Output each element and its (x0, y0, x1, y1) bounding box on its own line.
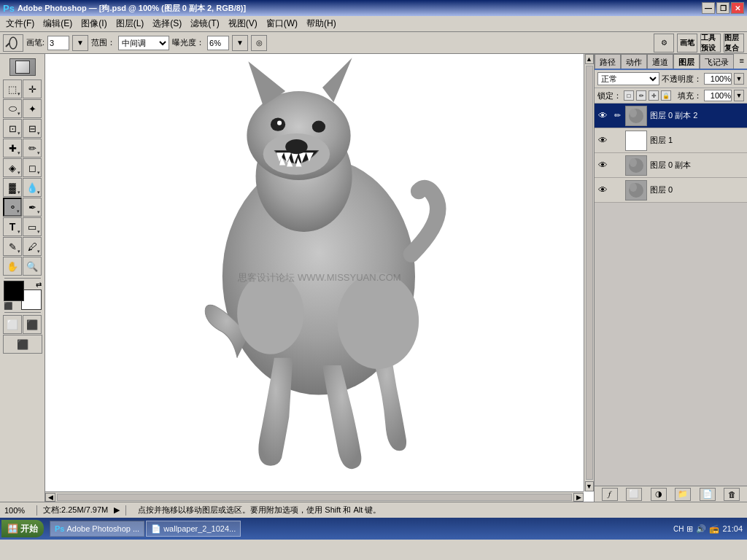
restore-button[interactable]: ❐ (716, 2, 729, 14)
scroll-up-btn[interactable]: ▲ (585, 54, 594, 64)
canvas-area[interactable]: 思客设计论坛 WWW.MISSYUAN.COM ◀ ▶ ▲ ▼ (45, 54, 594, 502)
menu-edit[interactable]: 编辑(E) (39, 16, 77, 31)
brush-panel-btn[interactable]: 画笔 (677, 34, 697, 52)
menu-file[interactable]: 文件(F) (1, 16, 39, 31)
marquee-icon: ⬚ (8, 84, 17, 95)
magic-wand-tool[interactable]: ✦ (23, 99, 42, 118)
status-arrow[interactable]: ▶ (114, 505, 120, 515)
taskbar-photoshop[interactable]: Ps Adobe Photoshop ... (50, 521, 144, 537)
vertical-scrollbar[interactable]: ▲ ▼ (584, 54, 594, 491)
scroll-down-btn[interactable]: ▼ (585, 481, 594, 491)
swap-colors-btn[interactable]: ⇄ (36, 281, 42, 289)
layer-comp-btn[interactable]: 图层复合 (724, 34, 744, 52)
exposure-input[interactable] (207, 36, 229, 50)
zoom-tool[interactable]: 🔍 (23, 257, 42, 276)
tab-channels[interactable]: 通道 (647, 54, 673, 69)
screen-mode-btn[interactable]: ⬛ (3, 335, 42, 354)
lock-transparent-btn[interactable]: □ (624, 90, 634, 101)
blur-tool[interactable]: 💧▾ (23, 178, 42, 197)
range-select[interactable]: 中间调 阴影 高光 (118, 36, 169, 50)
brush-tool[interactable]: ✏▾ (23, 139, 42, 158)
opacity-input[interactable] (704, 73, 732, 85)
layer-delete-btn[interactable]: 🗑 (724, 488, 740, 501)
scroll-thumb-v[interactable] (586, 66, 593, 480)
scroll-thumb-h[interactable] (57, 494, 572, 501)
layer-fx-btn[interactable]: 𝑓 (602, 488, 618, 501)
layer-item-copy2[interactable]: 👁 ✏ 图层 0 副本 2 (595, 104, 747, 128)
menu-image[interactable]: 图像(I) (77, 16, 111, 31)
layer-visibility-1[interactable]: 👁 (596, 134, 609, 147)
menu-select[interactable]: 选择(S) (148, 16, 186, 31)
fill-input[interactable] (704, 90, 732, 101)
scroll-left-btn[interactable]: ◀ (45, 493, 55, 502)
menu-filter[interactable]: 滤镜(T) (186, 16, 223, 31)
panel-menu-btn[interactable]: ≡ (737, 54, 747, 69)
shape-tool[interactable]: ▭▾ (23, 217, 42, 236)
color-swatches: ⇄ ⬛ (4, 281, 42, 310)
fill-dropdown-btn[interactable]: ▼ (734, 90, 744, 101)
background-color-swatch[interactable] (21, 289, 42, 310)
options-settings-btn[interactable]: ⚙ (654, 34, 674, 52)
taskbar-ps-icon: Ps (55, 524, 64, 533)
tab-layers[interactable]: 图层 (673, 54, 700, 69)
slice-tool[interactable]: ⊟▾ (23, 119, 42, 138)
brush-dropdown-btn[interactable]: ▼ (72, 35, 88, 51)
svg-point-12 (337, 273, 419, 369)
healing-tool[interactable]: ✚▾ (3, 139, 22, 158)
hand-tool[interactable]: ✋ (3, 257, 22, 276)
blend-mode-select[interactable]: 正常 溶解 (597, 72, 659, 85)
layer-group-btn[interactable]: 📁 (675, 488, 691, 501)
layer-visibility-0[interactable]: 👁 (596, 184, 609, 197)
close-button[interactable]: ✕ (731, 2, 744, 14)
tray-volume-icon[interactable]: 🔊 (696, 524, 706, 534)
horizontal-scrollbar[interactable]: ◀ ▶ (45, 491, 584, 502)
marquee-tool[interactable]: ⬚▾ (3, 79, 22, 98)
airbrush-btn[interactable]: ◎ (251, 35, 267, 51)
text-tool[interactable]: T▾ (3, 217, 22, 236)
taskbar-wallpaper[interactable]: 📄 wallpaper_2_1024... (146, 521, 241, 537)
brush-size-input[interactable] (47, 36, 69, 50)
quick-mask-btn[interactable]: ⬛ (23, 315, 42, 334)
layer-brush-0 (611, 184, 624, 197)
scroll-right-btn[interactable]: ▶ (573, 493, 584, 502)
layer-visibility-copy[interactable]: 👁 (596, 159, 609, 172)
tool-preset-btn[interactable]: 工具预设 (700, 34, 721, 52)
start-button[interactable]: 🪟 开始 (1, 520, 44, 537)
dodge-tool-btn[interactable]: ⚬▾ (3, 198, 22, 217)
layer-item-1[interactable]: 👁 图层 1 (595, 128, 747, 153)
svg-point-19 (630, 183, 637, 192)
menu-layer[interactable]: 图层(L) (112, 16, 149, 31)
move-tool[interactable]: ✛ (23, 79, 42, 98)
lock-position-btn[interactable]: ✛ (649, 90, 659, 101)
notes-tool[interactable]: ✎▾ (3, 237, 22, 256)
menu-window[interactable]: 窗口(W) (262, 16, 302, 31)
gradient-tool[interactable]: ▓▾ (3, 178, 22, 197)
layer-adj-btn[interactable]: ◑ (651, 488, 667, 501)
layer-new-btn[interactable]: 📄 (700, 488, 716, 501)
clone-tool[interactable]: ◈▾ (3, 158, 22, 177)
tab-history[interactable]: 飞记录 (700, 54, 734, 69)
tab-actions[interactable]: 动作 (621, 54, 647, 69)
standard-mode-btn[interactable]: ⬜ (3, 315, 22, 334)
minimize-button[interactable]: — (702, 2, 715, 14)
pen-tool[interactable]: ✒▾ (23, 198, 42, 217)
crop-tool[interactable]: ⊡▾ (3, 119, 22, 138)
layer-mask-btn[interactable]: ⬜ (626, 488, 642, 501)
opacity-dropdown-btn[interactable]: ▼ (734, 73, 744, 85)
exposure-dropdown-btn[interactable]: ▼ (232, 35, 248, 51)
eyedropper-tool[interactable]: 🖊▾ (23, 237, 42, 256)
layer-item-copy[interactable]: 👁 图层 0 副本 (595, 153, 747, 178)
lock-image-btn[interactable]: ✏ (636, 90, 646, 101)
lock-all-btn[interactable]: 🔒 (661, 90, 671, 101)
foreground-color-swatch[interactable] (4, 281, 24, 301)
layer-brush-copy (611, 159, 624, 172)
default-colors-btn[interactable]: ⬛ (4, 302, 12, 310)
magic-wand-icon: ✦ (28, 104, 36, 114)
tab-paths[interactable]: 路径 (595, 54, 621, 69)
lasso-tool[interactable]: ⬭▾ (3, 99, 22, 118)
layer-visibility-copy2[interactable]: 👁 (596, 109, 609, 122)
menu-view[interactable]: 视图(V) (224, 16, 262, 31)
eraser-tool[interactable]: ◻▾ (23, 158, 42, 177)
menu-help[interactable]: 帮助(H) (302, 16, 341, 31)
layer-item-0[interactable]: 👁 图层 0 (595, 178, 747, 203)
